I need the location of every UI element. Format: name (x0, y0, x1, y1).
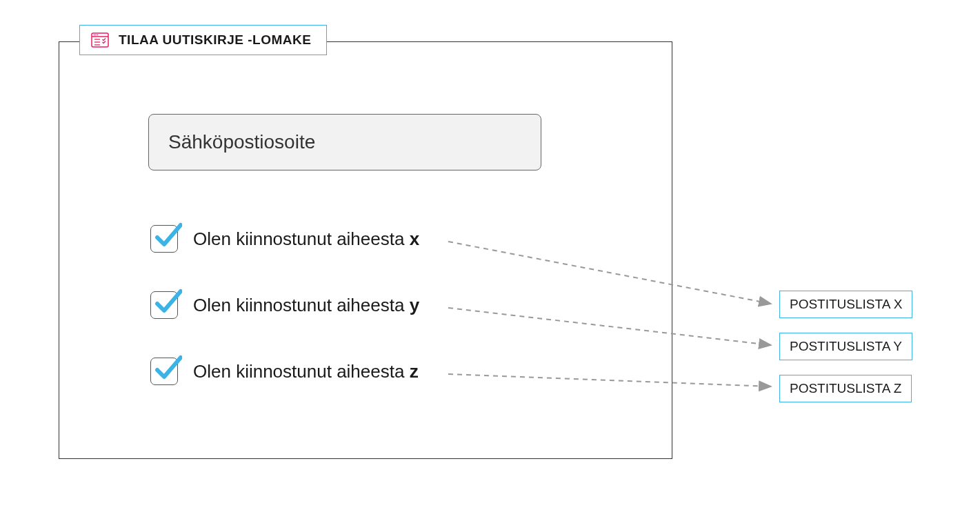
form-icon (91, 32, 109, 48)
mailing-list-y: POSTITUSLISTA Y (779, 333, 912, 360)
form-title-tab: TILAA UUTISKIRJE -LOMAKE (79, 25, 327, 55)
checkbox-row-y: Olen kiinnostunut aiheesta y (150, 291, 419, 319)
checkbox-row-x: Olen kiinnostunut aiheesta x (150, 225, 419, 253)
checkbox-label-z: Olen kiinnostunut aiheesta z (193, 361, 419, 382)
checkbox-z[interactable] (150, 358, 178, 385)
checkmark-icon (153, 353, 182, 382)
checkbox-label-y: Olen kiinnostunut aiheesta y (193, 295, 419, 316)
checkbox-label-x: Olen kiinnostunut aiheesta x (193, 228, 419, 250)
checkbox-row-z: Olen kiinnostunut aiheesta z (150, 358, 419, 385)
checkmark-icon (153, 287, 182, 316)
email-input[interactable] (148, 114, 541, 170)
mailing-list-x: POSTITUSLISTA X (779, 291, 912, 318)
svg-point-4 (97, 35, 99, 36)
checkmark-icon (153, 221, 182, 250)
svg-point-2 (94, 35, 95, 36)
svg-point-3 (95, 35, 97, 36)
checkbox-x[interactable] (150, 225, 178, 253)
mailing-list-z: POSTITUSLISTA Z (779, 375, 912, 402)
checkbox-y[interactable] (150, 291, 178, 319)
form-title: TILAA UUTISKIRJE -LOMAKE (119, 32, 311, 48)
